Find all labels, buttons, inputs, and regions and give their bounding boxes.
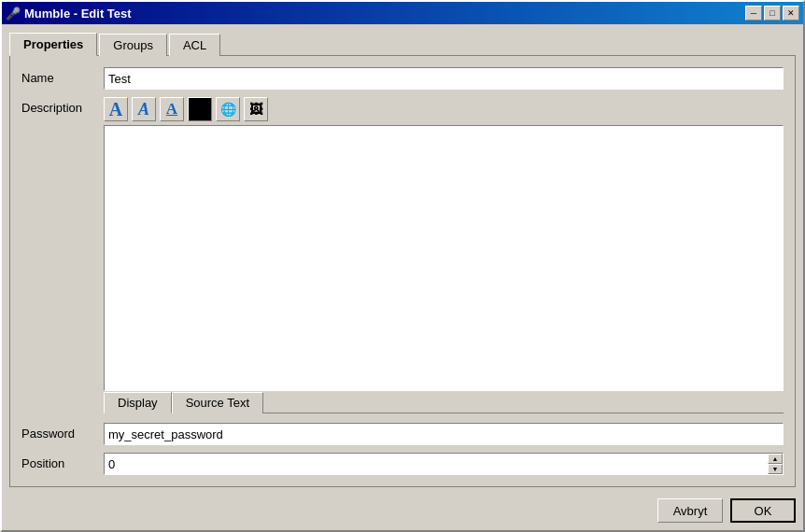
window-title: Mumble - Edit Test (24, 7, 132, 21)
image-file-icon: 🖼 (249, 102, 262, 117)
tab-groups[interactable]: Groups (99, 34, 167, 56)
underline-icon: A (166, 100, 177, 119)
minimize-button[interactable]: ─ (745, 6, 762, 21)
titlebar-buttons: ─ □ ✕ (745, 6, 799, 21)
position-label: Position (21, 453, 96, 470)
description-editor[interactable] (104, 125, 784, 391)
tab-bar: Properties Groups ACL (9, 32, 796, 55)
close-button[interactable]: ✕ (783, 6, 799, 21)
spinbox-up-button[interactable]: ▲ (768, 454, 783, 464)
editor-tab-bar: Display Source Text (104, 391, 784, 413)
position-spinbox: ▲ ▼ (104, 453, 784, 475)
cancel-button[interactable]: Avbryt (657, 498, 723, 523)
maximize-button[interactable]: □ (764, 6, 781, 21)
description-label: Description (21, 97, 96, 415)
bottom-buttons: Avbryt OK (9, 495, 796, 523)
titlebar: 🎤 Mumble - Edit Test ─ □ ✕ (2, 2, 803, 24)
position-row: Position ▲ ▼ (21, 453, 784, 475)
password-row: Password (21, 423, 784, 445)
editor-tab-source[interactable]: Source Text (172, 392, 263, 413)
image-file-button[interactable]: 🖼 (244, 97, 268, 121)
underline-button[interactable]: A (160, 97, 184, 121)
name-label: Name (21, 67, 96, 85)
window-content: Properties Groups ACL Name Description (2, 24, 803, 530)
main-window: 🎤 Mumble - Edit Test ─ □ ✕ Properties Gr… (0, 0, 805, 532)
italic-button[interactable]: A (132, 97, 156, 121)
italic-icon: A (138, 100, 149, 119)
description-row: Description A A A (21, 97, 784, 415)
tab-properties[interactable]: Properties (9, 33, 97, 56)
tab-content-properties: Name Description A A A (9, 55, 796, 487)
image-url-button[interactable]: 🌐 (216, 97, 240, 121)
bold-button[interactable]: A (104, 97, 128, 121)
description-content: A A A 🌐 🖼 (104, 97, 784, 415)
color-swatch[interactable] (188, 97, 212, 121)
position-input[interactable] (105, 454, 768, 474)
spinbox-down-button[interactable]: ▼ (768, 464, 783, 474)
tab-acl[interactable]: ACL (169, 34, 220, 56)
titlebar-left: 🎤 Mumble - Edit Test (6, 6, 132, 21)
password-input[interactable] (104, 423, 784, 445)
spinbox-buttons: ▲ ▼ (768, 454, 783, 474)
image-url-icon: 🌐 (220, 102, 236, 117)
formatting-toolbar: A A A 🌐 🖼 (104, 97, 784, 121)
app-icon: 🎤 (6, 6, 21, 21)
editor-tab-display[interactable]: Display (104, 392, 172, 413)
ok-button[interactable]: OK (730, 498, 796, 523)
name-input[interactable] (104, 67, 784, 90)
name-row: Name (21, 67, 784, 90)
bold-icon: A (109, 99, 122, 120)
password-label: Password (21, 423, 96, 441)
